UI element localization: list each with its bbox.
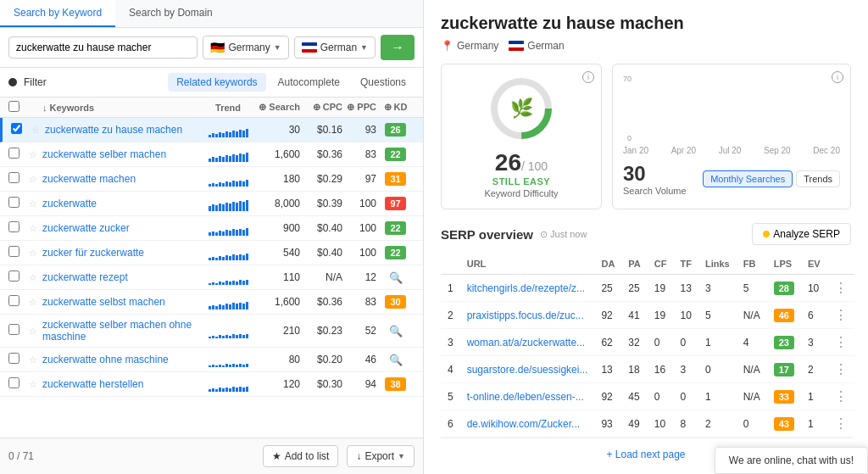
serp-da: 92	[594, 302, 621, 329]
serp-url[interactable]: praxistipps.focus.de/zuc...	[460, 302, 595, 329]
col-header-keywords[interactable]: ↓ Keywords	[42, 103, 203, 113]
row-checkbox[interactable]	[8, 221, 19, 232]
more-options-icon[interactable]: ⋮	[834, 362, 848, 376]
star-icon[interactable]: ☆	[31, 125, 45, 136]
sv-info-icon[interactable]: i	[832, 71, 843, 83]
keyword-row[interactable]: ☆ zucker für zuckerwatte 540 $0.40 100 2…	[0, 241, 423, 265]
serp-lps: 17	[767, 356, 801, 383]
more-options-icon[interactable]: ⋮	[834, 281, 848, 295]
serp-url[interactable]: kitchengirls.de/rezepte/z...	[460, 275, 595, 302]
keyword-row[interactable]: ☆ zuckerwatte ohne maschine 80 $0.20 46 …	[0, 348, 423, 372]
row-checkbox[interactable]	[8, 295, 19, 306]
col-header-ppc[interactable]: ⊕ PPC	[342, 102, 376, 113]
serp-more[interactable]: ⋮	[827, 302, 854, 329]
filter-tab-questions[interactable]: Questions	[352, 73, 415, 92]
th-ev[interactable]: EV	[801, 254, 827, 275]
star-icon[interactable]: ☆	[29, 174, 42, 185]
col-header-search[interactable]: ⊕ Search	[253, 102, 300, 113]
tab-keyword[interactable]: Search by Keyword	[0, 0, 115, 27]
serp-url[interactable]: t-online.de/leben/essen-...	[460, 383, 595, 410]
row-checkbox[interactable]	[8, 353, 19, 364]
serp-url[interactable]: de.wikihow.com/Zucker...	[460, 410, 595, 438]
star-icon[interactable]: ☆	[29, 354, 42, 365]
tabs-bar: Search by Keyword Search by Domain	[0, 0, 423, 28]
row-checkbox[interactable]	[8, 172, 19, 183]
col-header-cpc[interactable]: ⊕ CPC	[300, 102, 342, 113]
star-icon[interactable]: ☆	[29, 198, 42, 209]
keyword-row[interactable]: ☆ zuckerwatte selbst machen 1,600 $0.36 …	[0, 290, 423, 315]
filter-tab-autocomplete[interactable]: Autocomplete	[270, 73, 348, 92]
serp-url[interactable]: woman.at/a/zuckerwatte...	[460, 329, 595, 356]
serp-ev: 1	[801, 410, 827, 438]
serp-more[interactable]: ⋮	[827, 329, 854, 356]
row-checkbox[interactable]	[8, 246, 19, 257]
url-link[interactable]: kitchengirls.de/rezepte/z...	[467, 282, 585, 294]
url-link[interactable]: praxistipps.focus.de/zuc...	[467, 309, 584, 321]
col-header-trend[interactable]: Trend	[203, 103, 253, 113]
th-url[interactable]: URL	[460, 254, 595, 275]
th-da[interactable]: DA	[594, 254, 621, 275]
star-icon[interactable]: ☆	[29, 379, 42, 390]
serp-lps: 43	[767, 410, 801, 438]
kd-badge: 22	[385, 221, 405, 235]
th-fb[interactable]: FB	[737, 254, 767, 275]
th-tf[interactable]: TF	[673, 254, 698, 275]
search-input[interactable]	[8, 36, 198, 59]
star-icon[interactable]: ☆	[29, 223, 42, 234]
keyword-row[interactable]: ☆ zuckerwatte selber machen 1,600 $0.36 …	[0, 142, 423, 167]
tab-domain[interactable]: Search by Domain	[115, 0, 226, 27]
more-options-icon[interactable]: ⋮	[834, 389, 848, 404]
filter-tab-related[interactable]: Related keywords	[168, 73, 265, 92]
more-options-icon[interactable]: ⋮	[834, 416, 848, 431]
serp-row: 3 woman.at/a/zuckerwatte... 62 32 0 0 1 …	[441, 329, 854, 356]
url-link[interactable]: de.wikihow.com/Zucker...	[467, 418, 580, 430]
star-icon[interactable]: ☆	[29, 149, 42, 160]
kd-value: 38	[376, 377, 415, 391]
star-icon[interactable]: ☆	[29, 297, 42, 308]
search-go-button[interactable]: →	[381, 35, 415, 60]
row-checkbox[interactable]	[8, 197, 19, 208]
serp-url[interactable]: sugarstore.de/suessigkei...	[460, 356, 595, 383]
row-checkbox[interactable]	[8, 377, 19, 388]
serp-more[interactable]: ⋮	[827, 410, 854, 438]
export-button[interactable]: ↓ Export ▼	[347, 445, 415, 467]
select-all-checkbox[interactable]	[8, 101, 19, 112]
star-icon[interactable]: ☆	[29, 272, 42, 283]
th-links[interactable]: Links	[698, 254, 737, 275]
serp-more[interactable]: ⋮	[827, 383, 854, 410]
star-icon[interactable]: ☆	[29, 248, 42, 259]
add-to-list-button[interactable]: ★ Add to list	[263, 445, 339, 467]
col-header-kd[interactable]: ⊕ KD	[376, 102, 415, 113]
keyword-row[interactable]: ☆ zuckerwatte rezept 110 N/A 12 🔍	[0, 265, 423, 290]
row-checkbox[interactable]	[8, 148, 19, 159]
serp-more[interactable]: ⋮	[827, 356, 854, 383]
kd-info-icon[interactable]: i	[582, 71, 594, 83]
analyze-serp-button[interactable]: Analyze SERP	[752, 223, 851, 245]
more-options-icon[interactable]: ⋮	[834, 308, 848, 322]
url-link[interactable]: sugarstore.de/suessigkei...	[467, 364, 588, 376]
more-options-icon[interactable]: ⋮	[834, 335, 848, 349]
th-cf[interactable]: CF	[648, 254, 674, 275]
serp-more[interactable]: ⋮	[827, 275, 854, 302]
row-checkbox[interactable]	[8, 270, 19, 282]
th-pa[interactable]: PA	[621, 254, 647, 275]
url-link[interactable]: t-online.de/leben/essen-...	[467, 391, 584, 403]
sv-tab-trends[interactable]: Trends	[796, 170, 840, 187]
url-link[interactable]: woman.at/a/zuckerwatte...	[467, 337, 585, 349]
serp-num: 4	[441, 356, 460, 383]
star-icon[interactable]: ☆	[29, 326, 42, 337]
country-select[interactable]: 🇩🇪 Germany ▼	[203, 36, 288, 59]
keyword-row[interactable]: ☆ zuckerwatte machen 180 $0.29 97 31	[0, 167, 423, 192]
language-select[interactable]: German ▼	[294, 36, 376, 59]
keyword-row[interactable]: ☆ zuckerwatte 8,000 $0.39 100 97	[0, 192, 423, 216]
kd-value: 97	[376, 197, 415, 210]
keyword-row[interactable]: ☆ zuckerwatte herstellen 120 $0.30 94 38	[0, 372, 423, 397]
row-checkbox[interactable]	[8, 324, 19, 335]
sv-tab-monthly[interactable]: Monthly Searches	[703, 170, 793, 187]
th-lps[interactable]: LPS	[767, 254, 801, 275]
chat-widget[interactable]: We are online, chat with us!	[715, 447, 868, 474]
keyword-row[interactable]: ☆ zuckerwatte zucker 900 $0.40 100 22	[0, 216, 423, 241]
row-checkbox[interactable]	[11, 123, 22, 134]
keyword-row[interactable]: ☆ zuckerwatte selber machen ohne maschin…	[0, 315, 423, 348]
keyword-row[interactable]: ☆ zuckerwatte zu hause machen 30 $0.16 9…	[0, 118, 423, 142]
